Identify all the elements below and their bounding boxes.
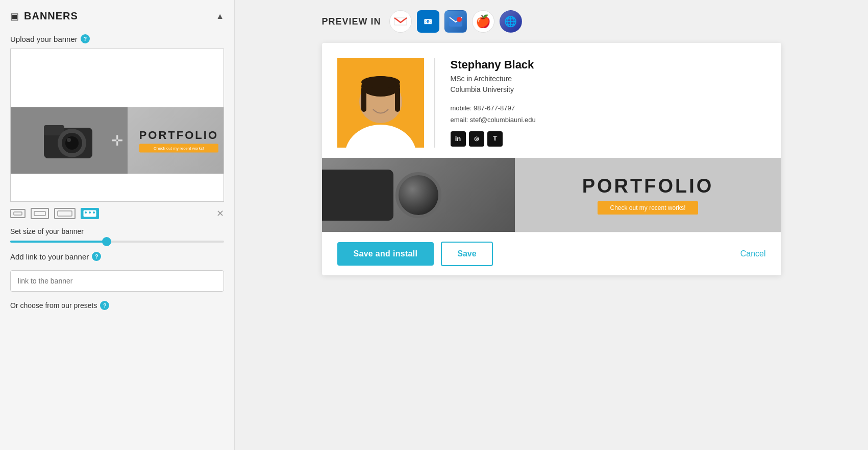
size-small-icon	[13, 211, 22, 216]
preview-header: PREVIEW IN 📧	[322, 10, 781, 33]
save-button[interactable]: Save	[441, 242, 492, 266]
banner-portfolio-title: PORTFOLIO	[139, 129, 218, 142]
size-custom-button[interactable]	[81, 208, 99, 219]
svg-point-21	[361, 76, 400, 88]
signature-social: in ◎ 𝕋	[451, 131, 766, 147]
add-link-section: Add link to your banner ?	[10, 252, 224, 292]
svg-rect-7	[34, 211, 45, 216]
outlook-letter: 📧	[424, 17, 432, 26]
svg-point-12	[93, 211, 95, 214]
presets-label: Or choose from our presets ?	[10, 301, 224, 310]
signature-info: Stephany Black MSc in Architecture Colum…	[445, 58, 766, 148]
svg-point-10	[85, 211, 87, 214]
signature-divider	[434, 58, 435, 148]
banners-icon: ▣	[10, 11, 19, 22]
apple-logo: 🍎	[476, 14, 491, 29]
twitter-badge[interactable]: 𝕋	[487, 131, 503, 147]
svg-rect-8	[58, 211, 72, 216]
signature-card: Stephany Black MSc in Architecture Colum…	[322, 43, 781, 275]
apple-icon[interactable]: 🍎	[472, 10, 494, 33]
svg-rect-20	[395, 86, 400, 112]
size-large-icon	[57, 210, 72, 217]
presets-section: Or choose from our presets ?	[10, 301, 224, 310]
svg-point-11	[89, 211, 91, 214]
banner-text: PORTFOLIO Check out my recent works!	[515, 175, 781, 215]
size-medium-button[interactable]	[31, 208, 49, 219]
svg-rect-6	[14, 212, 22, 215]
size-custom-icon	[83, 210, 96, 217]
instagram-badge[interactable]: ◎	[469, 131, 484, 147]
camera-lens	[395, 172, 441, 218]
panel-title: BANNERS	[24, 10, 78, 22]
camera-svg	[41, 117, 97, 163]
size-slider-track[interactable]	[10, 241, 224, 243]
banner-preview: PORTFOLIO Check out my recent works! ✛	[11, 107, 224, 174]
banner-upload-area[interactable]: PORTFOLIO Check out my recent works! ✛	[10, 49, 224, 202]
avatar-svg	[337, 58, 424, 148]
size-controls: ✕	[10, 208, 224, 219]
banner-cta-small: Check out my recent works!	[139, 144, 218, 153]
banner-text-area: PORTFOLIO Check out my recent works!	[139, 129, 218, 153]
presets-help-icon[interactable]: ?	[100, 301, 109, 310]
signature-body: Stephany Black MSc in Architecture Colum…	[322, 43, 781, 158]
thunderbird-logo: 🌐	[504, 15, 517, 28]
outlook-icon[interactable]: 📧	[417, 10, 439, 33]
svg-point-4	[65, 136, 79, 150]
link-help-icon[interactable]: ?	[92, 252, 101, 261]
panel-header: ▣ BANNERS ▲	[10, 10, 224, 22]
banner-camera	[322, 158, 515, 232]
signature-email: email: stef@columbiauni.edu	[451, 114, 766, 126]
upload-label: Upload your banner ?	[10, 34, 224, 43]
applemail-icon[interactable]	[444, 10, 467, 33]
size-label: Set size of your banner	[10, 227, 224, 235]
email-client-icons: 📧 🍎 🌐	[389, 10, 522, 33]
size-medium-icon	[34, 210, 46, 217]
link-label: Add link to your banner ?	[10, 252, 224, 261]
camera-body	[322, 170, 393, 221]
card-footer: Save and install Save Cancel	[322, 232, 781, 275]
banner-cta-text: Check out my recent works!	[598, 201, 698, 215]
save-install-button[interactable]: Save and install	[337, 242, 434, 266]
slider-thumb[interactable]	[102, 237, 111, 246]
upload-help-icon[interactable]: ?	[81, 34, 90, 43]
signature-name: Stephany Black	[451, 58, 766, 72]
gmail-svg	[393, 16, 408, 27]
signature-mobile: mobile: 987-677-8797	[451, 102, 766, 114]
banner-camera-section	[11, 107, 128, 174]
svg-point-5	[67, 138, 71, 142]
signature-contact: mobile: 987-677-8797 email: stef@columbi…	[451, 102, 766, 126]
svg-point-14	[457, 17, 462, 22]
slider-fill	[10, 241, 107, 243]
left-panel: ▣ BANNERS ▲ Upload your banner ?	[0, 0, 235, 450]
slider-section: Set size of your banner	[10, 227, 224, 243]
panel-title-group: ▣ BANNERS	[10, 10, 78, 22]
cancel-button[interactable]: Cancel	[740, 249, 766, 258]
signature-title: MSc in Architecture Columbia University	[451, 74, 766, 95]
applemail-svg	[449, 16, 462, 27]
clear-banner-button[interactable]: ✕	[216, 208, 224, 219]
signature-photo	[337, 58, 424, 148]
panel-toggle[interactable]: ▲	[216, 12, 224, 21]
size-small-button[interactable]	[10, 209, 26, 218]
gmail-icon[interactable]	[389, 10, 412, 33]
preview-label: PREVIEW IN	[322, 16, 381, 27]
size-large-button[interactable]	[54, 208, 76, 219]
svg-rect-19	[361, 86, 366, 112]
linkedin-badge[interactable]: in	[451, 131, 466, 147]
banner-title: PORTFOLIO	[582, 175, 714, 197]
thunderbird-icon[interactable]: 🌐	[500, 10, 522, 33]
signature-banner: PORTFOLIO Check out my recent works!	[322, 158, 781, 232]
link-input[interactable]	[10, 270, 224, 292]
right-panel: PREVIEW IN 📧	[235, 0, 868, 450]
banner-bg: PORTFOLIO Check out my recent works! ✛	[11, 107, 224, 174]
